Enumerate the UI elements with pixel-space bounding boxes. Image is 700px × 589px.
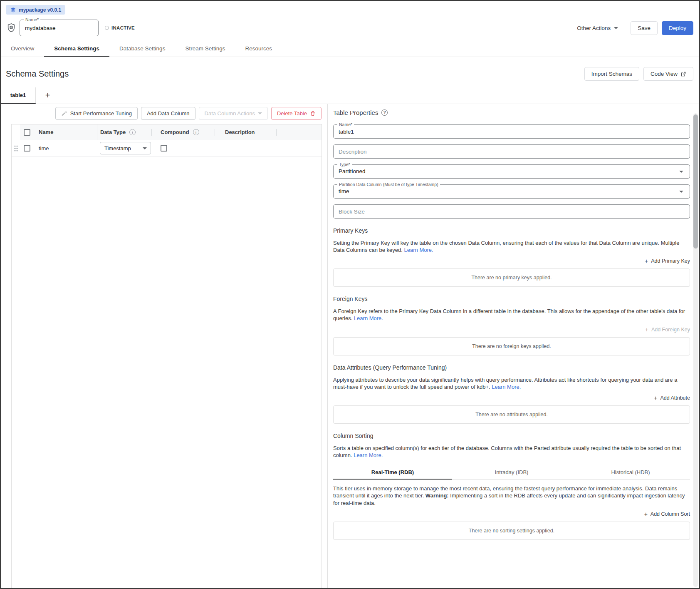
data-column-actions-button[interactable]: Data Column Actions [199,107,268,120]
delete-table-button[interactable]: Delete Table [271,107,322,120]
table-name-label: Name* [337,122,354,127]
grid-header: Name Data Type i Compound i Descrip [12,124,322,140]
data-type-select[interactable]: Timestamp [100,142,151,154]
deploy-button[interactable]: Deploy [662,21,693,35]
foreign-keys-title: Foreign Keys [333,296,690,302]
status-label: INACTIVE [111,25,135,30]
info-icon[interactable]: i [193,129,199,135]
attributes-description: Applying attributes to describe your dat… [333,376,690,390]
add-column-sort-button[interactable]: + Add Column Sort [644,511,690,517]
table-description-field [333,144,690,159]
add-data-column-button[interactable]: Add Data Column [141,107,195,120]
row-checkbox[interactable] [24,145,30,152]
select-all-checkbox[interactable] [24,129,30,136]
add-attribute-label: Add Attribute [660,395,690,401]
column-divider [151,129,152,136]
tab-historical-hdb[interactable]: Historical (HDB) [571,465,690,480]
tab-intraday-idb[interactable]: Intraday (IDB) [452,465,571,480]
add-foreign-key-button[interactable]: + Add Foreign Key [645,326,690,333]
table-properties-title: Table Properties [333,109,378,116]
column-sorting-description-text: Sorts a table on specified column(s) for… [333,445,681,458]
foreign-keys-description-text: A Foreign Key refers to the Primary Key … [333,308,685,321]
table-name-input[interactable] [334,125,690,138]
info-icon[interactable]: i [129,129,136,135]
tab-schema-settings[interactable]: Schema Settings [44,41,109,57]
chevron-down-icon [679,171,683,173]
tab-table1[interactable]: table1 [1,87,36,104]
tier-tabs: Real-Time (RDB) Intraday (IDB) Historica… [333,465,690,480]
tab-resources[interactable]: Resources [235,41,282,57]
row-name-cell: time [39,145,97,152]
package-badge[interactable]: mypackage v0.0.1 [6,5,65,15]
attributes-learn-more-link[interactable]: Learn More. [492,384,521,390]
tab-real-time-rdb[interactable]: Real-Time (RDB) [333,465,452,480]
chevron-down-icon [679,191,683,193]
block-size-input[interactable] [334,205,690,218]
database-name-label: Name* [24,17,40,22]
column-header-data-type-label: Data Type [100,129,126,135]
package-badge-label: mypackage v0.0.1 [19,7,61,13]
table-type-value: Partitioned [334,165,690,178]
column-header-compound-label: Compound [161,129,189,135]
scrollbar-track[interactable] [693,113,698,587]
app-window: mypackage v0.0.1 Name* INACTIVE Other Ac… [0,0,700,589]
column-sorting-learn-more-link[interactable]: Learn More. [354,452,383,458]
add-primary-key-label: Add Primary Key [651,258,690,264]
start-performance-tuning-button[interactable]: Start Performance Tuning [55,107,138,120]
primary-keys-empty-state: There are no primary keys applied. [333,268,690,287]
primary-keys-description-text: Setting the Primary Key will key the tab… [333,240,679,253]
badge-row: mypackage v0.0.1 [1,1,699,15]
tab-overview[interactable]: Overview [1,41,44,57]
other-actions-button[interactable]: Other Actions [577,25,618,31]
drag-handle[interactable] [12,145,20,152]
column-sort-add-row: + Add Column Sort [333,511,690,517]
database-name-input[interactable] [20,20,98,36]
row-compound-cell [154,140,217,156]
magic-wand-icon [61,110,67,117]
tab-stream-settings[interactable]: Stream Settings [175,41,235,57]
tab-database-settings[interactable]: Database Settings [109,41,175,57]
nav-tabs: Overview Schema Settings Database Settin… [1,41,699,57]
foreign-keys-description: A Foreign Key refers to the Primary Key … [333,308,690,322]
add-column-sort-label: Add Column Sort [651,511,690,517]
primary-keys-description: Setting the Primary Key will key the tab… [333,239,690,253]
partition-column-select[interactable]: Partition Data Column (Must be of type T… [333,184,690,199]
add-attribute-button[interactable]: + Add Attribute [654,395,690,401]
table-type-select[interactable]: Type* Partitioned [333,164,690,179]
scrollbar-thumb[interactable] [693,114,698,249]
table-description-input[interactable] [334,145,690,158]
partition-column-label: Partition Data Column (Must be of type T… [337,182,440,187]
column-sorting-description: Sorts a table on specified column(s) for… [333,445,690,459]
plus-icon: + [645,326,648,333]
rdb-tier-description: This tier uses in-memory storage to mana… [333,485,690,506]
table-properties-head: Table Properties ? [333,109,690,116]
column-sorting-empty-state: There are no sorting settings applied. [333,522,690,540]
attributes-empty-state: There are no attributes applied. [333,405,690,424]
grid-header-main: Name Data Type i Compound i Descrip [20,124,322,140]
database-name-field: Name* [20,20,99,36]
column-header-description: Description [217,124,279,140]
chevron-down-icon [258,112,262,114]
columns-pane: Start Performance Tuning Add Data Column… [1,104,328,588]
foreign-keys-learn-more-link[interactable]: Learn More. [354,315,383,321]
code-view-button[interactable]: Code View [643,67,693,81]
import-schemas-button[interactable]: Import Schemas [584,67,639,81]
layers-icon [10,7,16,13]
primary-keys-learn-more-link[interactable]: Learn More. [404,247,433,253]
delete-table-label: Delete Table [277,110,307,117]
add-table-button[interactable]: + [36,87,59,104]
help-icon[interactable]: ? [381,109,388,116]
compound-checkbox[interactable] [161,145,167,152]
column-divider [276,129,277,136]
grid-header-check-cell [20,129,39,136]
page-head-actions: Import Schemas Code View [584,67,693,81]
plus-icon: + [644,511,648,517]
column-sorting-title: Column Sorting [333,432,690,439]
plus-icon: + [654,395,657,401]
page-head: Schema Settings Import Schemas Code View [1,57,699,85]
trash-icon [310,110,316,117]
attributes-add-row: + Add Attribute [333,395,690,401]
add-primary-key-button[interactable]: + Add Primary Key [645,258,690,264]
save-button[interactable]: Save [631,21,658,35]
warning-label: Warning: [425,492,449,499]
